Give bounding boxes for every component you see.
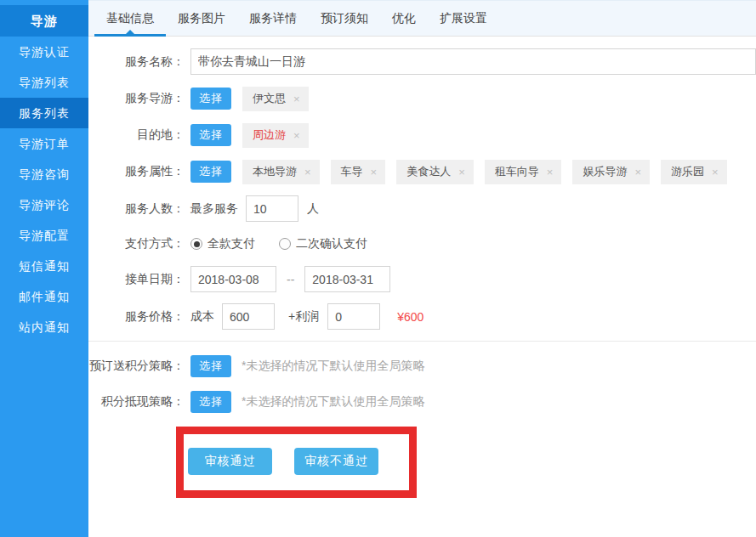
sidebar-item-guide-comments[interactable]: 导游评论 [0, 189, 88, 220]
radio-second-confirm-payment-label: 二次确认支付 [296, 236, 367, 252]
form-row-service-name: 服务名称： [88, 48, 756, 75]
form-row-service-guide: 服务导游： 选择 伊文思 × [88, 86, 756, 111]
destination-tag: 周边游 × [242, 123, 309, 148]
attribute-tag: 本地导游 × [242, 160, 320, 184]
end-date-input[interactable] [304, 266, 390, 292]
points-deduction-label: 积分抵现策略： [88, 394, 185, 410]
attribute-tag: 车导 × [331, 160, 386, 184]
main-panel: 基础信息 服务图片 服务详情 预订须知 优化 扩展设置 服务名称： 服务导游： … [88, 0, 756, 537]
select-attributes-button[interactable]: 选择 [190, 161, 231, 183]
select-guide-button[interactable]: 选择 [190, 88, 231, 110]
profit-input[interactable] [327, 303, 380, 330]
remove-tag-icon[interactable]: × [371, 166, 378, 178]
capacity-label: 服务人数： [88, 201, 185, 217]
attribute-tag-label: 娱乐导游 [583, 164, 627, 179]
select-booking-points-button[interactable]: 选择 [190, 355, 231, 377]
booking-points-label: 预订送积分策略： [88, 359, 185, 374]
attribute-tag: 游乐园 × [661, 160, 727, 184]
start-date-input[interactable] [190, 266, 276, 292]
sidebar-nav: 导游认证 导游列表 服务列表 导游订单 导游咨询 导游评论 导游配置 短信通知 … [0, 37, 88, 342]
sidebar-item-guide-list[interactable]: 导游列表 [0, 67, 88, 98]
tab-optimization[interactable]: 优化 [380, 1, 428, 36]
remove-tag-icon[interactable]: × [458, 166, 465, 178]
remove-tag-icon[interactable]: × [712, 166, 719, 178]
sidebar-item-guide-consult[interactable]: 导游咨询 [0, 159, 88, 189]
price-label: 服务价格： [88, 309, 185, 325]
tab-service-images[interactable]: 服务图片 [166, 1, 237, 36]
radio-icon [190, 238, 202, 250]
remove-tag-icon[interactable]: × [547, 166, 554, 178]
attributes-label: 服务属性： [88, 164, 185, 179]
sidebar-item-email-notify[interactable]: 邮件通知 [0, 281, 88, 312]
booking-points-note: *未选择的情况下默认使用全局策略 [242, 359, 424, 374]
sidebar-item-site-notify[interactable]: 站内通知 [0, 312, 88, 342]
reject-button[interactable]: 审核不通过 [294, 448, 378, 475]
radio-full-payment-label: 全款支付 [207, 236, 255, 252]
service-name-input[interactable] [190, 48, 756, 75]
attribute-tag-label: 车导 [341, 164, 363, 179]
service-name-label: 服务名称： [88, 54, 185, 70]
capacity-suffix: 人 [307, 201, 319, 217]
cost-input[interactable] [222, 303, 275, 330]
attribute-tag-label: 美食达人 [406, 164, 451, 179]
select-points-deduction-button[interactable]: 选择 [190, 391, 231, 413]
sidebar-item-guide-config[interactable]: 导游配置 [0, 220, 88, 251]
radio-icon [279, 238, 291, 250]
cost-label: 成本 [190, 309, 214, 325]
radio-full-payment[interactable]: 全款支付 [190, 236, 255, 252]
attribute-tag-label: 本地导游 [253, 164, 297, 179]
sidebar-item-service-list[interactable]: 服务列表 [0, 98, 88, 128]
total-price: ¥600 [397, 310, 423, 324]
form-row-booking-points: 预订送积分策略： 选择 *未选择的情况下默认使用全局策略 [88, 355, 756, 377]
sidebar-item-sms-notify[interactable]: 短信通知 [0, 251, 88, 281]
service-guide-label: 服务导游： [88, 91, 185, 106]
red-annotation-box: 审核通过 审核不通过 [176, 427, 417, 498]
remove-tag-icon[interactable]: × [304, 166, 311, 178]
attribute-tag: 美食达人 × [396, 160, 474, 184]
form-row-payment: 支付方式： 全款支付 二次确认支付 [88, 233, 756, 255]
attribute-tag-label: 租车向导 [495, 164, 539, 179]
approve-button[interactable]: 审核通过 [188, 448, 272, 475]
attribute-tag-label: 游乐园 [671, 164, 704, 179]
guide-tag-label: 伊文思 [253, 91, 286, 106]
radio-second-confirm-payment[interactable]: 二次确认支付 [279, 236, 367, 252]
remove-tag-icon[interactable]: × [634, 166, 641, 178]
form-content: 服务名称： 服务导游： 选择 伊文思 × 目的地： [88, 37, 756, 537]
remove-tag-icon[interactable]: × [293, 93, 300, 105]
destination-label: 目的地： [88, 127, 185, 143]
points-deduction-note: *未选择的情况下默认使用全局策略 [242, 394, 424, 410]
form-row-price: 服务价格： 成本 +利润 ¥600 [88, 303, 756, 330]
tab-booking-notice[interactable]: 预订须知 [309, 1, 380, 36]
form-row-attributes: 服务属性： 选择 本地导游 × 车导 × 美食达人 × [88, 159, 756, 184]
page: 导游 导游认证 导游列表 服务列表 导游订单 导游咨询 导游评论 导游配置 短信… [0, 0, 756, 537]
profit-label: +利润 [288, 309, 319, 325]
sidebar-title: 导游 [0, 5, 88, 37]
tab-bar: 基础信息 服务图片 服务详情 预订须知 优化 扩展设置 [88, 0, 756, 37]
attribute-tag: 租车向导 × [485, 160, 562, 184]
destination-tag-label: 周边游 [253, 127, 286, 143]
remove-tag-icon[interactable]: × [293, 129, 300, 142]
capacity-prefix: 最多服务 [190, 201, 238, 217]
form-row-destination: 目的地： 选择 周边游 × [88, 122, 756, 148]
form-row-capacity: 服务人数： 最多服务 人 [88, 195, 756, 222]
tab-basic-info[interactable]: 基础信息 [94, 1, 166, 36]
sidebar-item-guide-orders[interactable]: 导游订单 [0, 128, 88, 159]
date-range-label: 接单日期： [88, 272, 185, 287]
section-divider [88, 341, 756, 342]
select-destination-button[interactable]: 选择 [190, 124, 231, 146]
guide-tag: 伊文思 × [242, 87, 309, 111]
date-separator: -- [287, 273, 294, 286]
tab-extended-settings[interactable]: 扩展设置 [428, 1, 499, 36]
capacity-input[interactable] [246, 195, 298, 222]
attribute-tag: 娱乐导游 × [572, 160, 650, 184]
sidebar: 导游 导游认证 导游列表 服务列表 导游订单 导游咨询 导游评论 导游配置 短信… [0, 0, 88, 537]
sidebar-item-guide-certification[interactable]: 导游认证 [0, 37, 88, 67]
tab-service-detail[interactable]: 服务详情 [237, 1, 309, 36]
form-row-points-deduction: 积分抵现策略： 选择 *未选择的情况下默认使用全局策略 [88, 391, 756, 413]
payment-label: 支付方式： [88, 236, 185, 252]
form-row-date-range: 接单日期： -- [88, 266, 756, 292]
